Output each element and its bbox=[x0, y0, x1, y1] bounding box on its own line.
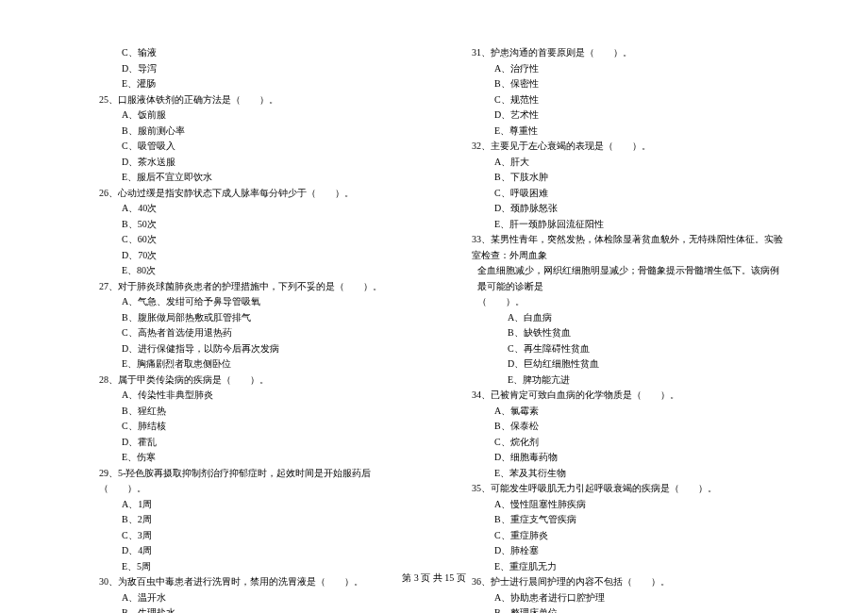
option-line: A、协助患者进行口腔护理 bbox=[453, 590, 788, 606]
option-line: E、脾功能亢进 bbox=[453, 373, 788, 389]
option-line: B、保密性 bbox=[453, 76, 788, 92]
option-line: E、伤寒 bbox=[80, 450, 415, 466]
option-line: A、40次 bbox=[80, 201, 415, 217]
option-line: B、保泰松 bbox=[453, 419, 788, 435]
option-line: A、饭前服 bbox=[80, 108, 415, 124]
question-line: 31、护患沟通的首要原则是（ ）。 bbox=[453, 45, 788, 61]
option-line: E、灌肠 bbox=[80, 76, 415, 92]
option-line: E、肝一颈静脉回流征阳性 bbox=[453, 217, 788, 233]
option-line: D、艺术性 bbox=[453, 108, 788, 124]
option-line: B、腹胀做局部热敷或肛管排气 bbox=[80, 310, 415, 326]
option-line: A、慢性阻塞性肺疾病 bbox=[453, 497, 788, 513]
option-line: B、整理床单位 bbox=[453, 605, 788, 613]
option-line: C、60次 bbox=[80, 232, 415, 248]
right-column: 31、护患沟通的首要原则是（ ）。A、治疗性B、保密性C、规范性D、艺术性E、尊… bbox=[453, 45, 788, 613]
option-line: B、生理盐水 bbox=[80, 605, 415, 613]
question-line: 28、属于甲类传染病的疾病是（ ）。 bbox=[80, 373, 415, 389]
option-line: C、3周 bbox=[80, 528, 415, 544]
question-line-continuation: 全血细胞减少，网织红细胞明显减少；骨髓象提示骨髓增生低下。该病例最可能的诊断是 bbox=[453, 263, 788, 294]
question-line: 26、心动过缓是指安静状态下成人脉率每分钟少于（ ）。 bbox=[80, 186, 415, 202]
option-line: A、治疗性 bbox=[453, 61, 788, 77]
option-line: C、呼吸困难 bbox=[453, 186, 788, 202]
option-line: D、肺栓塞 bbox=[453, 543, 788, 559]
left-column: C、输液D、导泻E、灌肠25、口服液体铁剂的正确方法是（ ）。A、饭前服B、服前… bbox=[80, 45, 415, 613]
option-line: B、50次 bbox=[80, 217, 415, 233]
question-line: 32、主要见于左心衰竭的表现是（ ）。 bbox=[453, 139, 788, 155]
option-line: B、2周 bbox=[80, 512, 415, 528]
option-line: E、服后不宜立即饮水 bbox=[80, 170, 415, 186]
option-line: E、苯及其衍生物 bbox=[453, 466, 788, 482]
option-line: B、下肢水肿 bbox=[453, 170, 788, 186]
option-line: A、温开水 bbox=[80, 590, 415, 606]
question-line: 29、5-羟色胺再摄取抑制剂治疗抑郁症时，起效时间是开始服药后（ ）。 bbox=[80, 466, 415, 497]
option-line: C、吸管吸入 bbox=[80, 139, 415, 155]
option-line: C、肺结核 bbox=[80, 419, 415, 435]
option-line: C、高热者首选使用退热药 bbox=[80, 325, 415, 341]
option-line: D、进行保健指导，以防今后再次发病 bbox=[80, 341, 415, 357]
option-line: C、输液 bbox=[80, 45, 415, 61]
option-line: B、服前测心率 bbox=[80, 124, 415, 140]
option-line: D、4周 bbox=[80, 543, 415, 559]
option-line: D、导泻 bbox=[80, 61, 415, 77]
question-line: 34、已被肯定可致白血病的化学物质是（ ）。 bbox=[453, 388, 788, 404]
question-line: 33、某男性青年，突然发热，体检除显著贫血貌外，无特殊阳性体征。实验室检查：外周… bbox=[453, 232, 788, 263]
option-line: A、传染性非典型肺炎 bbox=[80, 388, 415, 404]
option-line: D、茶水送服 bbox=[80, 155, 415, 171]
option-line: D、细胞毒药物 bbox=[453, 450, 788, 466]
option-line: C、规范性 bbox=[453, 92, 788, 108]
option-line: D、霍乱 bbox=[80, 435, 415, 451]
option-line: D、颈静脉怒张 bbox=[453, 201, 788, 217]
option-line: E、80次 bbox=[80, 263, 415, 279]
question-line-continuation: （ ）。 bbox=[453, 294, 788, 310]
option-line: D、巨幼红细胞性贫血 bbox=[453, 356, 788, 373]
option-line: C、烷化剂 bbox=[453, 435, 788, 451]
option-line: B、缺铁性贫血 bbox=[453, 325, 788, 341]
option-line: A、氯霉素 bbox=[453, 404, 788, 420]
option-line: D、70次 bbox=[80, 248, 415, 264]
question-line: 35、可能发生呼吸肌无力引起呼吸衰竭的疾病是（ ）。 bbox=[453, 481, 788, 497]
question-line: 25、口服液体铁剂的正确方法是（ ）。 bbox=[80, 92, 415, 108]
page-footer: 第 3 页 共 15 页 bbox=[0, 572, 868, 585]
option-line: A、1周 bbox=[80, 497, 415, 513]
page-content: C、输液D、导泻E、灌肠25、口服液体铁剂的正确方法是（ ）。A、饭前服B、服前… bbox=[80, 45, 788, 613]
question-line: 27、对于肺炎球菌肺炎患者的护理措施中，下列不妥的是（ ）。 bbox=[80, 279, 415, 295]
option-line: B、猩红热 bbox=[80, 404, 415, 420]
option-line: B、重症支气管疾病 bbox=[453, 512, 788, 528]
option-line: A、白血病 bbox=[453, 310, 788, 326]
option-line: A、气急、发绀可给予鼻导管吸氧 bbox=[80, 294, 415, 310]
option-line: C、再生障碍性贫血 bbox=[453, 341, 788, 357]
option-line: E、尊重性 bbox=[453, 124, 788, 140]
option-line: C、重症肺炎 bbox=[453, 528, 788, 544]
option-line: A、肝大 bbox=[453, 155, 788, 171]
option-line: E、胸痛剧烈者取患侧卧位 bbox=[80, 356, 415, 373]
